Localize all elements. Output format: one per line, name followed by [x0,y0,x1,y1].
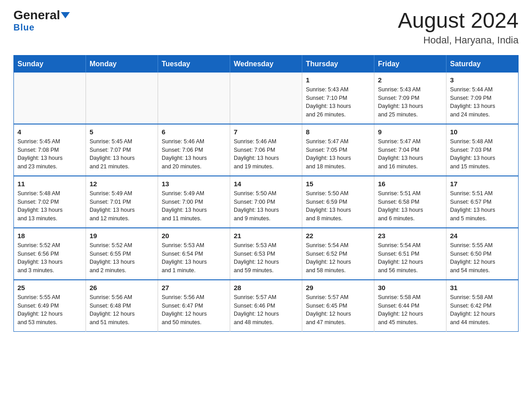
day-number: 20 [162,232,226,240]
day-number: 7 [234,128,298,136]
day-info: Sunrise: 5:44 AM Sunset: 7:09 PM Dayligh… [450,86,515,119]
day-header-sunday: Sunday [14,55,86,73]
day-info: Sunrise: 5:45 AM Sunset: 7:07 PM Dayligh… [90,137,154,171]
day-info: Sunrise: 5:49 AM Sunset: 7:00 PM Dayligh… [162,189,226,223]
day-number: 9 [378,128,442,136]
logo-triangle-icon [61,12,70,18]
week-row-5: 25Sunrise: 5:55 AM Sunset: 6:49 PM Dayli… [14,280,519,332]
day-info: Sunrise: 5:51 AM Sunset: 6:57 PM Dayligh… [450,189,515,223]
day-info: Sunrise: 5:52 AM Sunset: 6:55 PM Dayligh… [90,241,154,275]
day-cell: 26Sunrise: 5:56 AM Sunset: 6:48 PM Dayli… [86,280,158,332]
day-header-tuesday: Tuesday [158,55,230,73]
day-cell: 4Sunrise: 5:45 AM Sunset: 7:08 PM Daylig… [14,124,86,176]
day-number: 19 [90,232,154,240]
day-info: Sunrise: 5:55 AM Sunset: 6:50 PM Dayligh… [450,241,515,275]
day-number: 12 [90,180,154,188]
day-number: 10 [450,128,515,136]
day-number: 3 [450,76,515,84]
day-info: Sunrise: 5:45 AM Sunset: 7:08 PM Dayligh… [17,137,82,171]
day-number: 26 [90,284,154,291]
day-cell: 1Sunrise: 5:43 AM Sunset: 7:10 PM Daylig… [302,73,374,124]
day-info: Sunrise: 5:57 AM Sunset: 6:46 PM Dayligh… [234,293,298,327]
day-header-wednesday: Wednesday [230,55,302,73]
day-header-thursday: Thursday [302,55,374,73]
day-cell: 30Sunrise: 5:58 AM Sunset: 6:44 PM Dayli… [374,280,446,332]
header: General Blue August 2024 Hodal, Haryana,… [13,9,519,46]
day-info: Sunrise: 5:57 AM Sunset: 6:45 PM Dayligh… [306,293,370,327]
day-number: 8 [306,128,370,136]
day-info: Sunrise: 5:50 AM Sunset: 6:59 PM Dayligh… [306,189,370,223]
day-number: 15 [306,180,370,188]
day-number: 23 [378,232,442,240]
day-cell: 3Sunrise: 5:44 AM Sunset: 7:09 PM Daylig… [446,73,519,124]
day-cell: 5Sunrise: 5:45 AM Sunset: 7:07 PM Daylig… [86,124,158,176]
day-info: Sunrise: 5:58 AM Sunset: 6:44 PM Dayligh… [378,293,442,327]
day-info: Sunrise: 5:49 AM Sunset: 7:01 PM Dayligh… [90,189,154,223]
day-info: Sunrise: 5:51 AM Sunset: 6:58 PM Dayligh… [378,189,442,223]
logo-text: General [13,9,70,21]
day-info: Sunrise: 5:54 AM Sunset: 6:52 PM Dayligh… [306,241,370,275]
day-cell: 28Sunrise: 5:57 AM Sunset: 6:46 PM Dayli… [230,280,302,332]
day-cell [158,73,230,124]
day-cell [14,73,86,124]
day-info: Sunrise: 5:47 AM Sunset: 7:04 PM Dayligh… [378,137,442,171]
day-number: 21 [234,232,298,240]
day-number: 30 [378,284,442,291]
day-number: 31 [450,284,515,291]
day-info: Sunrise: 5:54 AM Sunset: 6:51 PM Dayligh… [378,241,442,275]
day-cell: 13Sunrise: 5:49 AM Sunset: 7:00 PM Dayli… [158,176,230,228]
day-header-friday: Friday [374,55,446,73]
day-cell: 14Sunrise: 5:50 AM Sunset: 7:00 PM Dayli… [230,176,302,228]
day-number: 29 [306,284,370,291]
day-cell: 18Sunrise: 5:52 AM Sunset: 6:56 PM Dayli… [14,228,86,280]
day-cell: 27Sunrise: 5:56 AM Sunset: 6:47 PM Dayli… [158,280,230,332]
day-number: 22 [306,232,370,240]
day-cell: 17Sunrise: 5:51 AM Sunset: 6:57 PM Dayli… [446,176,519,228]
day-number: 1 [306,76,370,84]
day-cell: 20Sunrise: 5:53 AM Sunset: 6:54 PM Dayli… [158,228,230,280]
month-title: August 2024 [398,9,519,33]
day-cell: 7Sunrise: 5:46 AM Sunset: 7:06 PM Daylig… [230,124,302,176]
logo: General Blue [13,9,70,33]
day-number: 27 [162,284,226,291]
day-info: Sunrise: 5:56 AM Sunset: 6:48 PM Dayligh… [90,293,154,327]
day-cell: 19Sunrise: 5:52 AM Sunset: 6:55 PM Dayli… [86,228,158,280]
day-info: Sunrise: 5:56 AM Sunset: 6:47 PM Dayligh… [162,293,226,327]
day-cell: 9Sunrise: 5:47 AM Sunset: 7:04 PM Daylig… [374,124,446,176]
day-info: Sunrise: 5:48 AM Sunset: 7:03 PM Dayligh… [450,137,515,171]
day-info: Sunrise: 5:58 AM Sunset: 6:42 PM Dayligh… [450,293,515,327]
day-cell: 2Sunrise: 5:43 AM Sunset: 7:09 PM Daylig… [374,73,446,124]
day-number: 16 [378,180,442,188]
day-info: Sunrise: 5:43 AM Sunset: 7:10 PM Dayligh… [306,86,370,119]
day-cell: 16Sunrise: 5:51 AM Sunset: 6:58 PM Dayli… [374,176,446,228]
day-info: Sunrise: 5:43 AM Sunset: 7:09 PM Dayligh… [378,86,442,119]
day-info: Sunrise: 5:47 AM Sunset: 7:05 PM Dayligh… [306,137,370,171]
day-number: 11 [17,180,82,188]
week-row-1: 1Sunrise: 5:43 AM Sunset: 7:10 PM Daylig… [14,73,519,124]
logo-blue: Blue [13,22,34,33]
location-title: Hodal, Haryana, India [398,34,519,46]
day-cell [230,73,302,124]
day-cell: 22Sunrise: 5:54 AM Sunset: 6:52 PM Dayli… [302,228,374,280]
day-cell [86,73,158,124]
day-info: Sunrise: 5:53 AM Sunset: 6:54 PM Dayligh… [162,241,226,275]
day-header-monday: Monday [86,55,158,73]
day-number: 18 [17,232,82,240]
day-number: 25 [17,284,82,291]
day-number: 13 [162,180,226,188]
title-area: August 2024 Hodal, Haryana, India [398,9,519,46]
day-header-saturday: Saturday [446,55,519,73]
week-row-4: 18Sunrise: 5:52 AM Sunset: 6:56 PM Dayli… [14,228,519,280]
day-number: 17 [450,180,515,188]
day-cell: 15Sunrise: 5:50 AM Sunset: 6:59 PM Dayli… [302,176,374,228]
day-number: 14 [234,180,298,188]
day-cell: 31Sunrise: 5:58 AM Sunset: 6:42 PM Dayli… [446,280,519,332]
day-cell: 23Sunrise: 5:54 AM Sunset: 6:51 PM Dayli… [374,228,446,280]
day-info: Sunrise: 5:48 AM Sunset: 7:02 PM Dayligh… [17,189,82,223]
day-info: Sunrise: 5:53 AM Sunset: 6:53 PM Dayligh… [234,241,298,275]
day-cell: 12Sunrise: 5:49 AM Sunset: 7:01 PM Dayli… [86,176,158,228]
day-info: Sunrise: 5:55 AM Sunset: 6:49 PM Dayligh… [17,293,82,327]
calendar-table: SundayMondayTuesdayWednesdayThursdayFrid… [13,55,519,332]
day-info: Sunrise: 5:52 AM Sunset: 6:56 PM Dayligh… [17,241,82,275]
day-cell: 10Sunrise: 5:48 AM Sunset: 7:03 PM Dayli… [446,124,519,176]
